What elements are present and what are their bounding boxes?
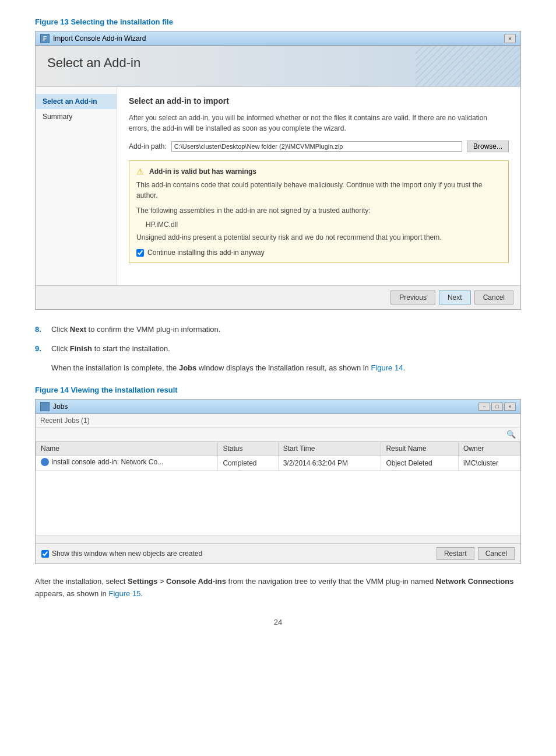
step9-end: .: [403, 363, 405, 372]
continue-checkbox[interactable]: [136, 249, 144, 257]
wizard-content-desc: After you select an add-in, you will be …: [129, 113, 509, 134]
bottom-network-connections-bold: Network Connections: [436, 577, 514, 586]
col-header-name: Name: [36, 442, 218, 456]
jobs-footer-left: Show this window when new objects are cr…: [41, 550, 202, 558]
warning-title-row: ⚠ Add-in is valid but has warnings: [136, 167, 501, 176]
step9-jobs-bold: Jobs: [179, 363, 196, 372]
wizard-footer: Previous Next Cancel: [36, 285, 520, 309]
jobs-filter-icon[interactable]: 🔍: [506, 430, 516, 439]
bottom-text-mid: from the navigation tree to verify that …: [226, 577, 436, 586]
addon-path-row: Add-in path: C:\Users\cluster\Desktop\Ne…: [129, 141, 509, 152]
step-9-subtext: When the installation is complete, the J…: [51, 362, 521, 374]
step-8-text: Click Next to confirm the VMM plug-in in…: [51, 324, 220, 336]
jobs-cancel-button[interactable]: Cancel: [478, 547, 515, 560]
jobs-minimize-button[interactable]: −: [478, 402, 490, 411]
jobs-scrollbar[interactable]: [36, 535, 520, 543]
step9-text-before: When the installation is complete, the: [51, 363, 179, 372]
wizard-header-pattern: [416, 46, 520, 87]
bottom-gt: >: [157, 577, 166, 586]
bottom-text: After the installation, select Settings …: [35, 576, 521, 600]
steps-section: 8. Click Next to confirm the VMM plug-in…: [35, 324, 521, 374]
bottom-settings-bold: Settings: [128, 577, 157, 586]
jobs-filter-row: 🔍: [36, 428, 520, 442]
jobs-table: Name Status Start Time Result Name Owner…: [36, 442, 520, 471]
bottom-text-end: appears, as shown in: [35, 589, 108, 598]
jobs-footer: Show this window when new objects are cr…: [36, 543, 520, 564]
wizard-body: Select an Add-in Summary Select an add-i…: [36, 87, 520, 285]
wizard-titlebar: F Import Console Add-in Wizard ×: [36, 32, 520, 46]
jobs-restart-button[interactable]: Restart: [437, 547, 474, 560]
jobs-footer-buttons: Restart Cancel: [437, 547, 515, 560]
wizard-title-text: Import Console Add-in Wizard: [53, 34, 146, 43]
col-header-owner: Owner: [459, 442, 520, 456]
continue-checkbox-label: Continue installing this add-in anyway: [147, 249, 265, 257]
jobs-window-controls: − □ ×: [478, 402, 516, 411]
figure14-link[interactable]: Figure 14: [371, 363, 403, 372]
step-9: 9. Click Finish to start the installatio…: [35, 343, 521, 355]
wizard-content: Select an add-in to import After you sel…: [117, 87, 520, 285]
step-8-bold: Next: [70, 325, 86, 334]
warning-title: Add-in is valid but has warnings: [149, 167, 256, 176]
addon-path-field[interactable]: C:\Users\cluster\Desktop\New folder (2)\…: [171, 141, 462, 152]
step9-after: window displays the installation result,…: [196, 363, 371, 372]
step-9-number: 9.: [35, 343, 44, 355]
jobs-maximize-button[interactable]: □: [491, 402, 503, 411]
figure15-link[interactable]: Figure 15: [108, 589, 140, 598]
col-header-result-name: Result Name: [381, 442, 459, 456]
warning-box: ⚠ Add-in is valid but has warnings This …: [129, 160, 509, 263]
step-8: 8. Click Next to confirm the VMM plug-in…: [35, 324, 521, 336]
warning-icon: ⚠: [136, 167, 146, 176]
show-window-label: Show this window when new objects are cr…: [52, 550, 202, 558]
wizard-nav-summary[interactable]: Summary: [36, 109, 117, 124]
jobs-dialog: Jobs − □ × Recent Jobs (1) 🔍 Name Status…: [35, 399, 521, 564]
job-name-text: Install console add-in: Network Co...: [51, 458, 163, 466]
table-row[interactable]: Install console add-in: Network Co... Co…: [36, 456, 520, 471]
job-status-icon-cell: Install console add-in: Network Co...: [41, 458, 163, 466]
step-9-text: Click Finish to start the installation.: [51, 343, 170, 355]
job-status-circle: [41, 458, 49, 466]
unsigned-warning: Unsigned add-ins present a potential sec…: [136, 232, 501, 243]
jobs-table-body: Name Status Start Time Result Name Owner…: [36, 442, 520, 535]
wizard-nav-select-addin[interactable]: Select an Add-in: [36, 94, 117, 109]
figure13-caption: Figure 13 Selecting the installation fil…: [35, 18, 521, 26]
figure14-caption: Figure 14 Viewing the installation resul…: [35, 386, 521, 394]
bottom-text-before: After the installation, select: [35, 577, 128, 586]
job-start-time: 3/2/2014 6:32:04 PM: [278, 456, 381, 471]
show-window-checkbox[interactable]: [41, 550, 49, 558]
jobs-recent-label: Recent Jobs (1): [40, 416, 90, 425]
job-owner: iMC\cluster: [459, 456, 520, 471]
warning-text1: This add-in contains code that could pot…: [136, 180, 501, 201]
step-8-after: to confirm the VMM plug-in information.: [86, 325, 220, 334]
titlebar-left: F Import Console Add-in Wizard: [40, 34, 146, 43]
step-9-after: to start the installation.: [92, 344, 170, 353]
job-status: Completed: [218, 456, 278, 471]
browse-button[interactable]: Browse...: [467, 141, 509, 152]
wizard-header: Select an Add-in: [36, 46, 520, 87]
cancel-button[interactable]: Cancel: [474, 290, 513, 304]
jobs-close-button[interactable]: ×: [504, 402, 516, 411]
wizard-title-icon: F: [40, 34, 50, 43]
jobs-title-left: Jobs: [40, 402, 68, 411]
continue-checkbox-row: Continue installing this add-in anyway: [136, 249, 501, 257]
job-result-name: Object Deleted: [381, 456, 459, 471]
jobs-titlebar: Jobs − □ ×: [36, 400, 520, 414]
col-header-start-time: Start Time: [278, 442, 381, 456]
step-8-number: 8.: [35, 324, 44, 336]
bottom-end: .: [140, 589, 143, 598]
previous-button[interactable]: Previous: [390, 290, 435, 304]
import-wizard-dialog: F Import Console Add-in Wizard × Select …: [35, 31, 521, 310]
wizard-content-title: Select an add-in to import: [129, 96, 509, 106]
job-name: Install console add-in: Network Co...: [36, 456, 218, 471]
jobs-title-text: Jobs: [53, 402, 68, 411]
step-9-bold: Finish: [70, 344, 92, 353]
dll-name: HP.iMC.dll: [146, 220, 501, 229]
jobs-title-icon: [40, 402, 50, 411]
bottom-console-addins-bold: Console Add-ins: [166, 577, 226, 586]
addon-path-label: Add-in path:: [129, 142, 167, 150]
next-button[interactable]: Next: [439, 290, 471, 304]
col-header-status: Status: [218, 442, 278, 456]
page-number: 24: [35, 618, 521, 626]
wizard-nav: Select an Add-in Summary: [36, 87, 117, 285]
wizard-close-button[interactable]: ×: [504, 34, 516, 43]
warning-text2: The following assemblies in the add-in a…: [136, 205, 501, 216]
